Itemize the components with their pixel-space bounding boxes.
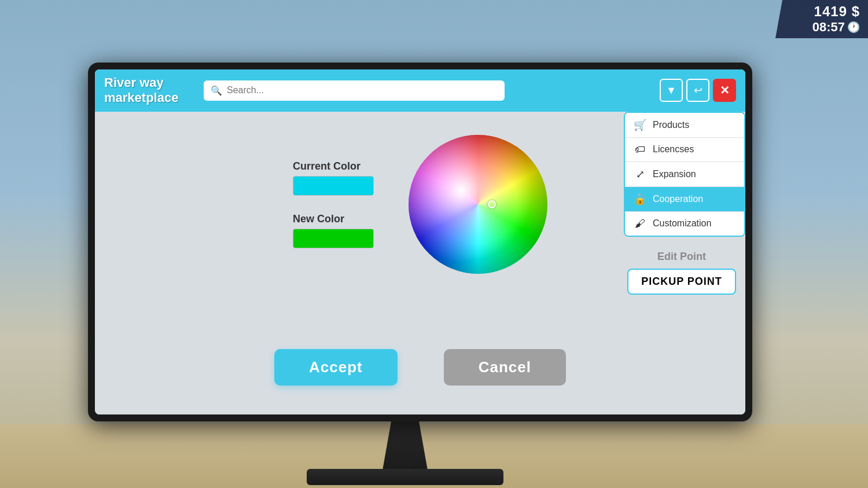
header-buttons: ▼ ↩ ✕ [660,79,736,102]
color-wheel-container[interactable] [409,135,547,274]
color-labels: Current Color New Color [293,160,374,248]
licencses-label: Licencses [653,144,694,155]
products-icon: 🛒 [633,119,647,131]
monitor-base [307,469,503,485]
back-button[interactable]: ↩ [686,79,709,102]
products-label: Products [653,120,689,130]
main-content: Current Color New Color [95,112,745,414]
licencses-icon: 🏷 [633,144,647,156]
search-bar[interactable]: 🔍 [204,80,505,101]
dropdown-button[interactable]: ▼ [660,79,683,102]
cooperation-icon: 🔒 [633,193,647,206]
bottom-buttons: Accept Cancel [251,337,589,403]
menu-item-cooperation[interactable]: 🔒 Cooperation [625,187,744,212]
right-panel: 🛒 Products 🏷 Licencses ⤢ Expansion � [618,112,745,414]
color-wheel[interactable] [409,135,547,274]
search-icon: 🔍 [211,85,222,96]
menu-item-expansion[interactable]: ⤢ Expansion [625,162,744,187]
expansion-label: Expansion [653,169,696,179]
time-display: 08:57 🕐 [784,20,860,35]
marketplace-window: River way marketplace 🔍 ▼ ↩ ✕ [95,69,745,414]
color-section: Current Color New Color [293,135,547,274]
customization-label: Customization [653,218,711,229]
cancel-button[interactable]: Cancel [444,349,566,386]
money-display: 1419 $ [784,3,860,20]
monitor-frame: River way marketplace 🔍 ▼ ↩ ✕ [88,63,752,421]
menu-item-customization[interactable]: 🖌 Customization [625,212,744,236]
hud-overlay: 1419 $ 08:57 🕐 [775,0,868,38]
close-button[interactable]: ✕ [713,79,736,102]
edit-point-section: Edit Point PICKUP POINT [618,239,745,300]
customization-icon: 🖌 [633,218,647,230]
time-value: 08:57 [812,20,845,35]
accept-button[interactable]: Accept [274,349,398,386]
new-color-label: New Color [293,213,344,225]
search-input[interactable] [227,85,498,96]
menu-item-licencses[interactable]: 🏷 Licencses [625,138,744,162]
monitor-screen: River way marketplace 🔍 ▼ ↩ ✕ [95,69,745,414]
edit-point-value[interactable]: PICKUP POINT [627,269,736,295]
color-wheel-cursor [488,200,496,208]
cooperation-label: Cooperation [653,194,703,204]
new-color-row: New Color [293,213,374,248]
window-title: River way marketplace [104,75,197,106]
new-color-swatch[interactable] [293,229,374,248]
edit-point-label: Edit Point [657,251,706,263]
header-bar: River way marketplace 🔍 ▼ ↩ ✕ [95,69,745,112]
current-color-row: Current Color [293,160,374,196]
current-color-label: Current Color [293,160,361,173]
dropdown-menu: 🛒 Products 🏷 Licencses ⤢ Expansion � [624,112,745,237]
clock-icon: 🕐 [847,21,860,34]
menu-item-products[interactable]: 🛒 Products [625,113,744,138]
current-color-swatch[interactable] [293,176,374,196]
expansion-icon: ⤢ [633,168,647,181]
